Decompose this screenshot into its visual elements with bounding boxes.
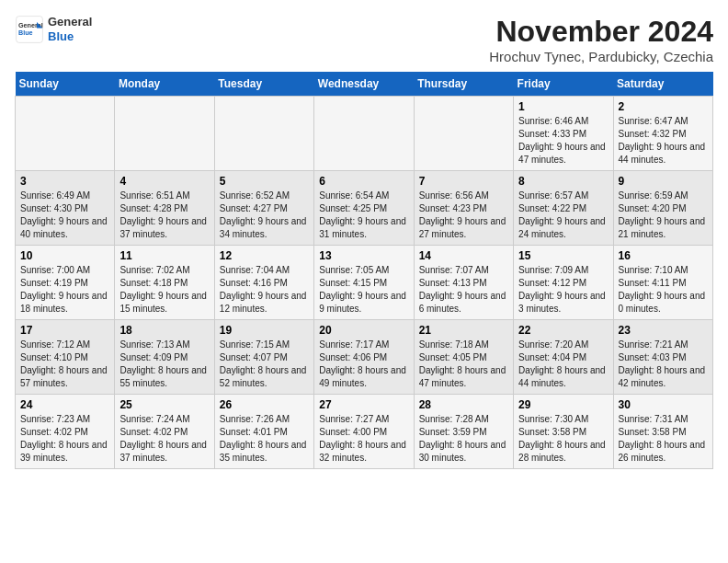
day-info: Sunrise: 7:30 AM Sunset: 3:58 PM Dayligh…	[518, 413, 608, 465]
day-number: 11	[119, 249, 209, 262]
day-info: Sunrise: 7:20 AM Sunset: 4:04 PM Dayligh…	[518, 339, 608, 390]
day-number: 9	[619, 175, 708, 188]
day-number: 20	[319, 324, 408, 337]
weekday-saturday: Saturday	[613, 72, 712, 97]
day-info: Sunrise: 7:27 AM Sunset: 4:00 PM Dayligh…	[319, 413, 408, 465]
day-number: 10	[20, 249, 109, 262]
svg-text:Blue: Blue	[18, 29, 33, 37]
calendar-cell: 12Sunrise: 7:04 AM Sunset: 4:16 PM Dayli…	[214, 246, 313, 320]
day-info: Sunrise: 7:18 AM Sunset: 4:05 PM Dayligh…	[419, 339, 508, 390]
day-info: Sunrise: 7:13 AM Sunset: 4:09 PM Dayligh…	[119, 339, 209, 390]
calendar-cell: 30Sunrise: 7:31 AM Sunset: 3:58 PM Dayli…	[613, 395, 712, 469]
calendar-cell: 21Sunrise: 7:18 AM Sunset: 4:05 PM Dayli…	[414, 320, 513, 395]
calendar-cell: 18Sunrise: 7:13 AM Sunset: 4:09 PM Dayli…	[115, 320, 214, 395]
day-info: Sunrise: 6:51 AM Sunset: 4:28 PM Dayligh…	[119, 190, 209, 241]
day-number: 13	[319, 249, 408, 262]
week-row-3: 10Sunrise: 7:00 AM Sunset: 4:19 PM Dayli…	[16, 246, 713, 320]
calendar-cell: 11Sunrise: 7:02 AM Sunset: 4:18 PM Dayli…	[115, 246, 214, 320]
day-info: Sunrise: 6:46 AM Sunset: 4:33 PM Dayligh…	[518, 115, 608, 167]
calendar-cell: 8Sunrise: 6:57 AM Sunset: 4:22 PM Daylig…	[514, 171, 613, 246]
day-info: Sunrise: 7:07 AM Sunset: 4:13 PM Dayligh…	[419, 264, 508, 316]
calendar-title: November 2024	[489, 15, 713, 49]
calendar-cell: 13Sunrise: 7:05 AM Sunset: 4:15 PM Dayli…	[314, 246, 414, 320]
day-info: Sunrise: 7:05 AM Sunset: 4:15 PM Dayligh…	[319, 264, 408, 316]
day-number: 29	[518, 398, 608, 411]
day-info: Sunrise: 6:57 AM Sunset: 4:22 PM Dayligh…	[518, 190, 608, 241]
calendar-cell	[314, 97, 414, 171]
day-number: 2	[619, 100, 708, 113]
calendar-cell: 23Sunrise: 7:21 AM Sunset: 4:03 PM Dayli…	[613, 320, 712, 395]
day-number: 26	[220, 398, 309, 411]
day-info: Sunrise: 6:54 AM Sunset: 4:25 PM Dayligh…	[319, 190, 408, 241]
weekday-thursday: Thursday	[414, 72, 513, 97]
day-number: 16	[619, 249, 708, 262]
calendar-cell: 16Sunrise: 7:10 AM Sunset: 4:11 PM Dayli…	[613, 246, 712, 320]
week-row-2: 3Sunrise: 6:49 AM Sunset: 4:30 PM Daylig…	[16, 171, 713, 246]
calendar-cell: 5Sunrise: 6:52 AM Sunset: 4:27 PM Daylig…	[214, 171, 313, 246]
day-number: 17	[20, 324, 109, 337]
calendar-cell: 19Sunrise: 7:15 AM Sunset: 4:07 PM Dayli…	[214, 320, 313, 395]
calendar-cell: 27Sunrise: 7:27 AM Sunset: 4:00 PM Dayli…	[314, 395, 414, 469]
day-number: 24	[20, 398, 109, 411]
calendar-cell: 24Sunrise: 7:23 AM Sunset: 4:02 PM Dayli…	[16, 395, 115, 469]
week-row-5: 24Sunrise: 7:23 AM Sunset: 4:02 PM Dayli…	[16, 395, 713, 469]
day-info: Sunrise: 7:24 AM Sunset: 4:02 PM Dayligh…	[119, 413, 209, 465]
day-info: Sunrise: 7:15 AM Sunset: 4:07 PM Dayligh…	[220, 339, 309, 390]
weekday-wednesday: Wednesday	[314, 72, 414, 97]
week-row-1: 1Sunrise: 6:46 AM Sunset: 4:33 PM Daylig…	[16, 97, 713, 171]
day-number: 30	[619, 398, 708, 411]
day-number: 15	[518, 249, 608, 262]
header: General Blue General Blue November 2024 …	[15, 15, 713, 64]
calendar-subtitle: Hrochuv Tynec, Pardubicky, Czechia	[489, 49, 713, 64]
calendar-cell: 7Sunrise: 6:56 AM Sunset: 4:23 PM Daylig…	[414, 171, 513, 246]
calendar-cell: 26Sunrise: 7:26 AM Sunset: 4:01 PM Dayli…	[214, 395, 313, 469]
day-number: 6	[319, 175, 408, 188]
day-number: 3	[20, 175, 109, 188]
day-info: Sunrise: 6:47 AM Sunset: 4:32 PM Dayligh…	[619, 115, 708, 167]
day-info: Sunrise: 7:10 AM Sunset: 4:11 PM Dayligh…	[619, 264, 708, 316]
day-info: Sunrise: 7:00 AM Sunset: 4:19 PM Dayligh…	[20, 264, 109, 316]
week-row-4: 17Sunrise: 7:12 AM Sunset: 4:10 PM Dayli…	[16, 320, 713, 395]
calendar-cell: 22Sunrise: 7:20 AM Sunset: 4:04 PM Dayli…	[514, 320, 613, 395]
day-number: 19	[220, 324, 309, 337]
day-info: Sunrise: 7:21 AM Sunset: 4:03 PM Dayligh…	[619, 339, 708, 390]
calendar-cell: 28Sunrise: 7:28 AM Sunset: 3:59 PM Dayli…	[414, 395, 513, 469]
logo-blue: Blue	[48, 29, 92, 44]
day-number: 1	[518, 100, 608, 113]
logo: General Blue General Blue	[15, 15, 92, 44]
calendar-cell: 14Sunrise: 7:07 AM Sunset: 4:13 PM Dayli…	[414, 246, 513, 320]
day-number: 7	[419, 175, 508, 188]
calendar-cell: 1Sunrise: 6:46 AM Sunset: 4:33 PM Daylig…	[514, 97, 613, 171]
weekday-monday: Monday	[115, 72, 214, 97]
day-info: Sunrise: 7:09 AM Sunset: 4:12 PM Dayligh…	[518, 264, 608, 316]
calendar-cell: 17Sunrise: 7:12 AM Sunset: 4:10 PM Dayli…	[16, 320, 115, 395]
day-info: Sunrise: 6:49 AM Sunset: 4:30 PM Dayligh…	[20, 190, 109, 241]
weekday-tuesday: Tuesday	[214, 72, 313, 97]
calendar-cell	[16, 97, 115, 171]
day-info: Sunrise: 7:23 AM Sunset: 4:02 PM Dayligh…	[20, 413, 109, 465]
day-number: 21	[419, 324, 508, 337]
day-number: 27	[319, 398, 408, 411]
day-info: Sunrise: 7:02 AM Sunset: 4:18 PM Dayligh…	[119, 264, 209, 316]
calendar-cell: 29Sunrise: 7:30 AM Sunset: 3:58 PM Dayli…	[514, 395, 613, 469]
calendar-cell: 15Sunrise: 7:09 AM Sunset: 4:12 PM Dayli…	[514, 246, 613, 320]
day-info: Sunrise: 7:17 AM Sunset: 4:06 PM Dayligh…	[319, 339, 408, 390]
day-number: 25	[119, 398, 209, 411]
logo-general: General	[48, 15, 92, 29]
day-info: Sunrise: 7:31 AM Sunset: 3:58 PM Dayligh…	[619, 413, 708, 465]
weekday-header-row: SundayMondayTuesdayWednesdayThursdayFrid…	[16, 72, 713, 97]
day-number: 14	[419, 249, 508, 262]
day-info: Sunrise: 7:28 AM Sunset: 3:59 PM Dayligh…	[419, 413, 508, 465]
day-number: 4	[119, 175, 209, 188]
day-number: 5	[220, 175, 309, 188]
day-number: 22	[518, 324, 608, 337]
calendar-cell: 4Sunrise: 6:51 AM Sunset: 4:28 PM Daylig…	[115, 171, 214, 246]
day-info: Sunrise: 7:26 AM Sunset: 4:01 PM Dayligh…	[220, 413, 309, 465]
calendar-cell: 2Sunrise: 6:47 AM Sunset: 4:32 PM Daylig…	[613, 97, 712, 171]
day-info: Sunrise: 6:52 AM Sunset: 4:27 PM Dayligh…	[220, 190, 309, 241]
calendar-cell: 10Sunrise: 7:00 AM Sunset: 4:19 PM Dayli…	[16, 246, 115, 320]
calendar-cell: 3Sunrise: 6:49 AM Sunset: 4:30 PM Daylig…	[16, 171, 115, 246]
day-info: Sunrise: 7:12 AM Sunset: 4:10 PM Dayligh…	[20, 339, 109, 390]
calendar-cell	[115, 97, 214, 171]
day-info: Sunrise: 7:04 AM Sunset: 4:16 PM Dayligh…	[220, 264, 309, 316]
